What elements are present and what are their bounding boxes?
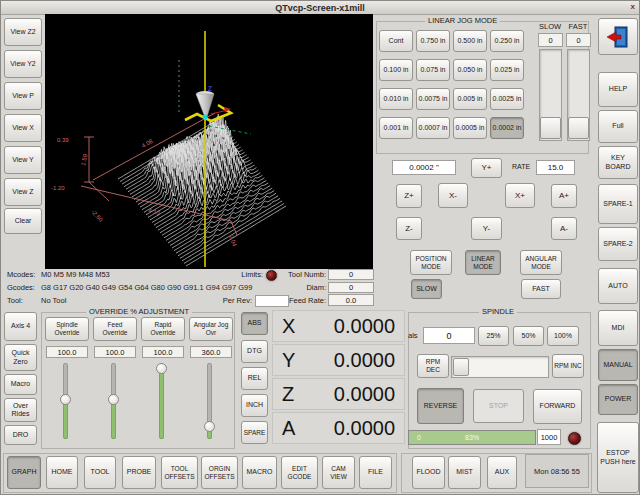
rel-button[interactable]: REL bbox=[241, 367, 268, 390]
tool-label: Tool: bbox=[7, 296, 23, 305]
spindle-100pct-button[interactable]: 100% bbox=[547, 326, 579, 346]
jog-inc-cont-button[interactable]: Cont bbox=[379, 30, 413, 52]
tab-edit-gcode[interactable]: EDIT GCODE bbox=[281, 456, 318, 489]
view-y-button[interactable]: View Y bbox=[4, 146, 42, 174]
jog-increment-readout: 0.0002 " bbox=[392, 160, 456, 175]
jog-inc-00075-button[interactable]: 0.0075 in bbox=[416, 88, 450, 110]
jog-rate-value: 15.0 bbox=[536, 160, 575, 175]
spindle-override-slider-handle[interactable] bbox=[60, 394, 71, 405]
mist-button[interactable]: MIST bbox=[448, 456, 481, 489]
jog-slow-button[interactable]: SLOW bbox=[411, 279, 442, 299]
axis4-button[interactable]: Axis 4 bbox=[4, 312, 37, 341]
feed-override-button[interactable]: Feed Override bbox=[93, 317, 137, 341]
keyboard-button[interactable]: KEY BOARD bbox=[598, 146, 638, 179]
spindle-25pct-button[interactable]: 25% bbox=[478, 326, 509, 346]
flood-button[interactable]: FLOOD bbox=[412, 456, 445, 489]
manual-button[interactable]: MANUAL bbox=[598, 349, 638, 381]
tab-tool[interactable]: TOOL bbox=[84, 456, 116, 489]
jog-a-plus-button[interactable]: A+ bbox=[551, 184, 577, 208]
close-icon[interactable]: x bbox=[631, 2, 635, 11]
help-button[interactable]: HELP bbox=[598, 72, 638, 107]
jog-inc-0010-button[interactable]: 0.010 in bbox=[379, 88, 413, 110]
jog-inc-0001-button[interactable]: 0.001 in bbox=[379, 117, 413, 139]
jog-x-minus-button[interactable]: X- bbox=[438, 183, 468, 208]
jog-x-plus-button[interactable]: X+ bbox=[505, 183, 535, 208]
gcode-graph-view[interactable]: 0.39 1.59 -1.20 -2.60 4.08 4.13 2.04 Z bbox=[45, 14, 373, 269]
spindle-bar-percent: 83% bbox=[409, 434, 535, 441]
angular-jog-override-button[interactable]: Angular Jog Ovr bbox=[189, 317, 233, 341]
tab-orgin-offsets[interactable]: ORGIN OFFSETS bbox=[201, 456, 238, 489]
dtg-button[interactable]: DTG bbox=[241, 340, 268, 363]
rpm-inc-button[interactable]: RPM INC bbox=[552, 354, 584, 378]
full-button[interactable]: Full bbox=[598, 110, 638, 143]
tab-probe[interactable]: PROBE bbox=[122, 456, 156, 489]
fast-slider-handle[interactable] bbox=[568, 117, 589, 139]
view-z-button[interactable]: View Z bbox=[4, 178, 42, 206]
rpm-dec-button[interactable]: RPM DEC bbox=[417, 354, 449, 378]
gcodes-label: Gcodes: bbox=[7, 283, 35, 292]
jog-a-minus-button[interactable]: A- bbox=[551, 217, 577, 240]
tab-macro[interactable]: MACRO bbox=[242, 456, 277, 489]
clear-button[interactable]: Clear bbox=[4, 208, 42, 234]
auto-button[interactable]: AUTO bbox=[598, 268, 638, 304]
jog-inc-0500-button[interactable]: 0.500 in bbox=[453, 30, 487, 52]
jog-z-plus-button[interactable]: Z+ bbox=[396, 184, 422, 208]
jog-y-minus-button[interactable]: Y- bbox=[471, 217, 502, 240]
rapid-override-slider-handle[interactable] bbox=[156, 363, 167, 374]
jog-inc-0025-button[interactable]: 0.025 in bbox=[490, 59, 524, 81]
view-z2-button[interactable]: View Z2 bbox=[4, 18, 42, 46]
tab-graph[interactable]: GRAPH bbox=[7, 456, 41, 489]
quick-zero-button[interactable]: Quick Zero bbox=[4, 344, 37, 371]
jog-inc-0100-button[interactable]: 0.100 in bbox=[379, 59, 413, 81]
angular-jog-slider-handle[interactable] bbox=[204, 421, 215, 432]
abs-button[interactable]: ABS bbox=[241, 312, 268, 335]
slow-slider-handle[interactable] bbox=[540, 117, 561, 139]
rapid-override-button[interactable]: Rapid Override bbox=[141, 317, 185, 341]
tab-file[interactable]: FILE bbox=[359, 456, 392, 489]
spindle-max-rpm-field[interactable]: 1000 bbox=[537, 429, 561, 445]
spindle-reverse-button[interactable]: REVERSE bbox=[417, 388, 464, 424]
spare-button[interactable]: SPARE bbox=[241, 421, 268, 444]
tab-cam-view[interactable]: CAM VIEW bbox=[322, 456, 355, 489]
exit-button[interactable] bbox=[598, 18, 638, 55]
jog-inc-00002-button[interactable]: 0.0002 in bbox=[490, 117, 524, 139]
spindle-stop-button[interactable]: STOP bbox=[473, 389, 524, 423]
jog-inc-0050-button[interactable]: 0.050 in bbox=[453, 59, 487, 81]
jog-inc-0250-button[interactable]: 0.250 in bbox=[490, 30, 524, 52]
spare1-button[interactable]: SPARE-1 bbox=[598, 184, 638, 224]
aux-button[interactable]: AUX bbox=[487, 456, 517, 489]
tab-tool-offsets[interactable]: TOOL OFFSETS bbox=[161, 456, 198, 489]
power-button[interactable]: POWER bbox=[598, 384, 638, 415]
overrides-panel-button[interactable]: Over Rides bbox=[4, 398, 37, 422]
jog-z-minus-button[interactable]: Z- bbox=[396, 217, 422, 240]
jog-inc-0005-button[interactable]: 0.005 in bbox=[453, 88, 487, 110]
dro-a-value: 0.0000 bbox=[334, 417, 395, 440]
spindle-50pct-button[interactable]: 50% bbox=[513, 326, 544, 346]
inch-button[interactable]: INCH bbox=[241, 394, 268, 417]
spindle-forward-button[interactable]: FORWARD bbox=[533, 389, 582, 424]
jog-inc-00007-button[interactable]: 0.0007 in bbox=[416, 117, 450, 139]
spare2-button[interactable]: SPARE-2 bbox=[598, 227, 638, 261]
dro-panel-button[interactable]: DRO bbox=[4, 425, 37, 445]
view-p-button[interactable]: View P bbox=[4, 82, 42, 110]
tab-home[interactable]: HOME bbox=[46, 456, 78, 489]
linear-mode-button[interactable]: LINEAR MODE bbox=[465, 250, 501, 275]
feed-override-slider-handle[interactable] bbox=[108, 394, 119, 405]
rpm-slider-handle[interactable] bbox=[453, 358, 469, 376]
jog-inc-00005-button[interactable]: 0.0005 in bbox=[453, 117, 487, 139]
view-x-button[interactable]: View X bbox=[4, 114, 42, 142]
jog-fast-button[interactable]: FAST bbox=[521, 279, 561, 299]
jog-inc-0075-button[interactable]: 0.075 in bbox=[416, 59, 450, 81]
estop-button[interactable]: ESTOP PUSH here bbox=[597, 422, 639, 493]
mdi-button[interactable]: MDI bbox=[598, 310, 638, 346]
macro-panel-button[interactable]: Macro bbox=[4, 374, 37, 395]
titlebar[interactable]: QTvcp-Screen-x1mill x bbox=[1, 1, 639, 15]
spindle-override-button[interactable]: Spindle Override bbox=[45, 317, 89, 341]
per-rev-value[interactable] bbox=[255, 295, 289, 307]
jog-y-plus-button[interactable]: Y+ bbox=[471, 158, 502, 178]
view-y2-button[interactable]: View Y2 bbox=[4, 50, 42, 78]
position-mode-button[interactable]: POSITION MODE bbox=[410, 250, 452, 275]
jog-inc-0750-button[interactable]: 0.750 in bbox=[416, 30, 450, 52]
jog-inc-00025-button[interactable]: 0.0025 in bbox=[490, 88, 524, 110]
angular-mode-button[interactable]: ANGULAR MODE bbox=[520, 250, 562, 275]
